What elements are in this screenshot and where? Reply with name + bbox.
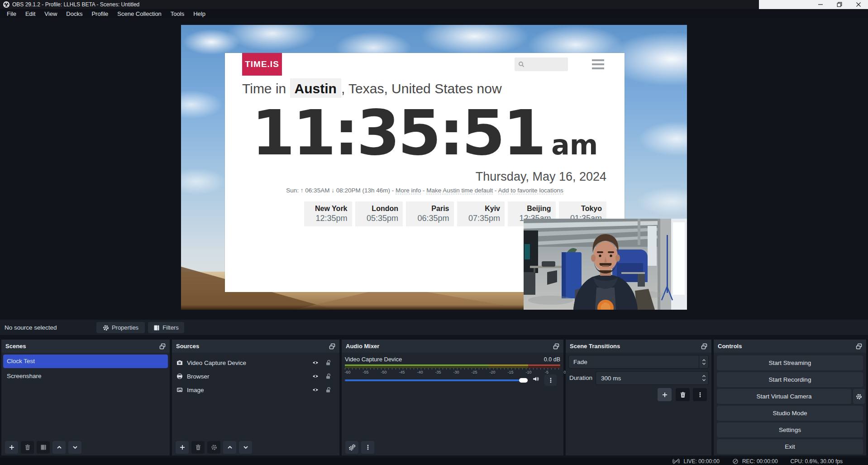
- globe-icon: [176, 373, 183, 379]
- menu-edit[interactable]: Edit: [21, 10, 40, 17]
- eye-icon[interactable]: [312, 373, 319, 379]
- unlock-icon[interactable]: [325, 360, 331, 366]
- menu-help[interactable]: Help: [189, 10, 210, 17]
- scenes-panel-header: Scenes: [1, 340, 170, 353]
- volume-slider-handle[interactable]: [519, 378, 528, 383]
- menu-file[interactable]: File: [2, 10, 21, 17]
- timeis-search-input: [515, 58, 568, 71]
- add-source-button[interactable]: [176, 441, 189, 454]
- sources-toolbar: [176, 441, 252, 454]
- source-item-video-capture[interactable]: Video Capture Device: [172, 356, 339, 369]
- mixer-menu-button[interactable]: [361, 441, 374, 454]
- scenes-toolbar: [5, 441, 81, 454]
- menu-scene-collection[interactable]: Scene Collection: [113, 10, 166, 17]
- volume-slider-track[interactable]: [345, 379, 522, 381]
- duration-spinbox[interactable]: 300 ms: [596, 371, 709, 385]
- search-icon: [518, 61, 525, 67]
- sources-panel-header: Sources: [172, 340, 339, 353]
- properties-button[interactable]: Properties: [96, 322, 145, 333]
- start-streaming-button[interactable]: Start Streaming: [717, 355, 863, 370]
- source-item-image[interactable]: Image: [172, 383, 339, 397]
- live-timer: LIVE: 00:00:00: [683, 458, 719, 465]
- city-card: London05:35pm: [355, 201, 403, 226]
- transitions-panel-title: Scene Transitions: [570, 343, 620, 350]
- unlock-icon[interactable]: [325, 387, 331, 393]
- remove-source-button[interactable]: [191, 441, 205, 454]
- move-source-down-button[interactable]: [239, 441, 252, 454]
- mixer-track-menu-button[interactable]: [544, 374, 557, 386]
- source-item-browser[interactable]: Browser: [172, 369, 339, 383]
- popout-icon: [329, 343, 335, 350]
- start-recording-button[interactable]: Start Recording: [717, 372, 863, 387]
- city-card: New York12:35pm: [304, 201, 352, 226]
- exit-button[interactable]: Exit: [717, 439, 863, 454]
- settings-button[interactable]: Settings: [717, 422, 863, 437]
- plus-icon: [9, 444, 15, 451]
- menu-tools[interactable]: Tools: [166, 10, 189, 17]
- mixer-track: Video Capture Device 0.0 dB: [345, 356, 560, 363]
- eye-icon[interactable]: [312, 360, 319, 366]
- stream-inactive-icon: [672, 458, 680, 465]
- menu-docks[interactable]: Docks: [62, 10, 87, 17]
- popout-icon: [701, 343, 707, 350]
- statusbar: LIVE: 00:00:00 REC: 00:00:00 CPU: 0.6%, …: [0, 458, 868, 465]
- preview-canvas[interactable]: TIME.IS Time in Austin, Texas, United St…: [181, 25, 687, 310]
- eye-icon[interactable]: [312, 387, 319, 393]
- city-card: Paris06:35pm: [406, 201, 454, 226]
- move-scene-down-button[interactable]: [68, 441, 81, 454]
- kebab-menu-icon: [697, 392, 703, 398]
- titlebar: OBS 29.1.2 - Profile: LLHLS BETA - Scene…: [0, 0, 868, 9]
- advanced-audio-button[interactable]: [345, 441, 358, 454]
- close-button[interactable]: [849, 0, 868, 9]
- move-scene-up-button[interactable]: [52, 441, 66, 454]
- minimize-button[interactable]: [811, 0, 830, 9]
- duration-value: 300 ms: [596, 375, 699, 382]
- studio-mode-button[interactable]: Studio Mode: [717, 406, 863, 421]
- add-transition-button[interactable]: [658, 388, 672, 401]
- restore-button[interactable]: [830, 0, 849, 9]
- virtual-camera-settings-button[interactable]: [853, 389, 865, 404]
- window-controls: [759, 0, 868, 9]
- remove-scene-button[interactable]: [21, 441, 34, 454]
- transition-properties-button[interactable]: [693, 388, 707, 401]
- transition-selected-value: Fade: [569, 359, 699, 365]
- add-scene-button[interactable]: [5, 441, 18, 454]
- meter-tickmarks: [345, 368, 560, 369]
- menu-profile[interactable]: Profile: [87, 10, 113, 17]
- obs-app: { "window": { "title": "OBS 29.1.2 - Pro…: [0, 0, 868, 465]
- chevron-down-icon: [72, 444, 78, 451]
- remove-transition-button[interactable]: [676, 388, 690, 401]
- mixer-track-name: Video Capture Device: [345, 356, 402, 363]
- selection-status: No source selected: [5, 324, 57, 331]
- add-favorite-link: Add to favorite locations: [498, 187, 563, 194]
- trash-icon: [195, 444, 201, 451]
- source-toolbar: No source selected Properties Filters: [0, 320, 868, 335]
- heading-suffix: , Texas, United States now: [341, 81, 502, 96]
- duration-label: Duration: [569, 371, 592, 385]
- scenes-panel-title: Scenes: [5, 343, 26, 350]
- scene-filters-button[interactable]: [37, 441, 50, 454]
- move-source-up-button[interactable]: [223, 441, 236, 454]
- combo-arrows: [699, 355, 708, 368]
- scene-item-clock-test[interactable]: Clock Test: [3, 355, 168, 368]
- gear-icon: [103, 325, 109, 331]
- filters-button[interactable]: Filters: [148, 322, 184, 333]
- more-info-link: More info: [396, 187, 421, 194]
- start-virtual-camera-button[interactable]: Start Virtual Camera: [717, 389, 851, 404]
- source-properties-button[interactable]: [207, 441, 220, 454]
- speaker-icon[interactable]: [532, 376, 539, 382]
- plus-icon: [662, 392, 668, 398]
- timeis-logo: TIME.IS: [242, 53, 282, 76]
- mixer-toolbar: [345, 441, 374, 454]
- menu-view[interactable]: View: [40, 10, 62, 17]
- window-title: OBS 29.1.2 - Profile: LLHLS BETA - Scene…: [12, 1, 139, 8]
- sun-times: Sun: ↑ 06:35AM ↓ 08:20PM (13h 46m) -: [286, 187, 396, 194]
- scene-item-screenshare[interactable]: Screenshare: [3, 369, 168, 383]
- controls-panel: Controls Start Streaming Start Recording…: [714, 340, 866, 455]
- heading-prefix: Time in: [242, 81, 290, 96]
- spin-arrows[interactable]: [699, 372, 708, 384]
- transition-select[interactable]: Fade: [568, 355, 709, 369]
- filter-icon: [153, 325, 160, 331]
- unlock-icon[interactable]: [325, 373, 331, 379]
- popout-icon: [856, 343, 862, 350]
